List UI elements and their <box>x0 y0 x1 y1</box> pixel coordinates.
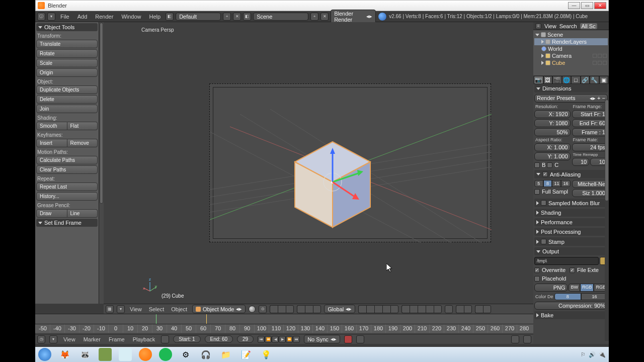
jump-start-icon[interactable]: ⏮ <box>258 336 265 343</box>
origin-button[interactable]: Origin <box>36 68 98 77</box>
properties-scrollbar[interactable] <box>605 100 609 341</box>
translate-button[interactable]: Translate <box>36 40 98 48</box>
resolution-y-field[interactable]: Y: 1080 <box>534 119 571 127</box>
play-reverse-icon[interactable]: ◀ <box>272 336 279 343</box>
tab-render-layers[interactable]: 🖼 <box>543 76 553 84</box>
editor-menu-toggle-icon[interactable]: ▾ <box>47 13 55 21</box>
start-frame-prop-field[interactable]: Start Fr: 1 <box>572 110 608 118</box>
tool-shelf-scrollbar[interactable] <box>99 22 104 304</box>
menu-window[interactable]: Window <box>118 13 144 21</box>
timeline-playback-menu[interactable]: Playback <box>131 336 157 342</box>
outliner-renderlayers-row[interactable]: RenderLayers <box>534 38 608 45</box>
placeholders-checkbox[interactable]: Placehold <box>534 275 608 282</box>
outliner-world-row[interactable]: World <box>534 45 608 52</box>
use-preview-range-icon[interactable] <box>161 335 169 343</box>
auto-keyframe-icon[interactable] <box>344 335 352 343</box>
play-icon[interactable]: ▶ <box>279 336 286 343</box>
aspect-y-field[interactable]: Y: 1.000 <box>534 152 571 160</box>
layer-buttons-group-1[interactable] <box>358 305 398 313</box>
repeat-last-button[interactable]: Repeat Last <box>36 183 98 191</box>
end-frame-prop-field[interactable]: End Fr: 60 <box>572 119 608 127</box>
timeline-ruler[interactable]: -50-40-30-20-100102030405060708090100110… <box>35 324 533 333</box>
transform-manipulator-icons[interactable] <box>297 305 321 313</box>
start-frame-field[interactable]: Start: 1 <box>173 335 200 343</box>
steam-icon[interactable]: ⚙ <box>179 348 192 361</box>
scene-add-button[interactable]: + <box>310 13 318 21</box>
aa-samples-strip[interactable]: 5 8 11 16 <box>534 180 571 187</box>
outliner-scene-row[interactable]: Scene <box>534 31 608 38</box>
clear-paths-button[interactable]: Clear Paths <box>36 165 98 174</box>
minimize-button[interactable]: — <box>568 2 580 9</box>
viewport-shading-icon[interactable] <box>249 306 256 313</box>
scene-dropdown[interactable]: Scene <box>253 13 308 21</box>
resolution-x-field[interactable]: X: 1920 <box>534 110 571 118</box>
lock-camera-icon[interactable] <box>445 305 453 313</box>
screen-layout-dropdown[interactable]: Default <box>176 13 221 21</box>
maximize-button[interactable]: ▭ <box>581 2 593 9</box>
dimensions-panel-header[interactable]: Dimensions <box>534 84 608 93</box>
prev-keyframe-icon[interactable]: ⏪ <box>265 336 272 343</box>
pivot-point-icon[interactable]: ⊙ <box>259 305 267 313</box>
menu-help[interactable]: Help <box>146 13 164 21</box>
outliner-editor-icon[interactable]: ≡ <box>535 23 541 29</box>
keying-set-icon[interactable] <box>356 335 364 343</box>
spotify-icon[interactable] <box>159 348 172 361</box>
color-mode-strip[interactable]: BW RGB RGB <box>569 284 608 292</box>
color-depth-strip[interactable]: 8 16 <box>554 293 608 300</box>
tab-render[interactable]: 📷 <box>534 76 543 84</box>
scene-delete-button[interactable]: ✕ <box>320 13 329 21</box>
sync-dropdown[interactable]: No Sync◂▸ <box>304 335 340 343</box>
outliner-filter[interactable]: All Sc <box>580 23 597 29</box>
screen-delete-button[interactable]: ✕ <box>233 13 241 21</box>
timeline-editor-icon[interactable]: ◷ <box>37 335 45 343</box>
insert-keyframe-button[interactable]: Insert <box>36 139 67 147</box>
file-extensions-checkbox[interactable]: File Exte <box>570 266 599 274</box>
outliner-search-menu[interactable]: Search <box>559 23 577 29</box>
object-menu[interactable]: Object <box>169 306 189 312</box>
set-end-frame-header[interactable]: Set End Frame <box>36 219 98 227</box>
tab-data[interactable]: ▣ <box>599 76 609 84</box>
timeline-frame-menu[interactable]: Frame <box>107 336 127 342</box>
file-format-dropdown[interactable]: PNG <box>534 284 568 292</box>
start-button-icon[interactable] <box>38 348 51 361</box>
blender-website-icon[interactable] <box>378 12 387 21</box>
performance-panel-header[interactable]: Performance <box>534 218 608 226</box>
timeline[interactable]: -50-40-30-20-100102030405060708090100110… <box>35 314 533 334</box>
playback-controls[interactable]: ⏮ ⏪ ◀ ▶ ⏩ ⏭ <box>258 336 300 343</box>
outliner-view-menu[interactable]: View <box>544 23 556 29</box>
folder-icon[interactable]: 📁 <box>219 348 232 361</box>
end-frame-field[interactable]: End: 60 <box>205 335 233 343</box>
render-preview-icons[interactable] <box>475 305 491 313</box>
tab-constraints[interactable]: 🔗 <box>581 76 590 84</box>
manipulator-icons[interactable] <box>270 305 294 313</box>
minecraft-icon[interactable] <box>99 348 112 361</box>
outliner-camera-row[interactable]: Camera <box>534 52 608 59</box>
aspect-x-field[interactable]: X: 1.000 <box>534 143 571 151</box>
aa-size-field[interactable]: Siz 1.000 <box>572 189 608 197</box>
current-frame-field[interactable]: 29 <box>237 335 254 343</box>
keying-insert-icon[interactable] <box>511 335 519 343</box>
aa-panel-header[interactable]: Anti-Aliasing <box>534 170 608 178</box>
tab-world[interactable]: 🌐 <box>562 76 572 84</box>
outliner-cube-row[interactable]: Cube <box>534 59 608 66</box>
timeline-menu-toggle-icon[interactable]: ▾ <box>49 335 57 343</box>
resolution-percent-field[interactable]: 50% <box>534 128 571 136</box>
frame-step-field[interactable]: Frame : 1 <box>572 128 608 136</box>
fps-dropdown[interactable]: 24 fps <box>572 143 608 151</box>
output-panel-header[interactable]: Output <box>534 247 608 255</box>
snap-icons[interactable] <box>456 305 472 313</box>
outliner[interactable]: Scene RenderLayers World Camera Cube <box>533 30 609 75</box>
gimp-icon[interactable]: 🦝 <box>78 348 92 361</box>
bake-panel-header[interactable]: Bake <box>534 311 608 319</box>
menu-render[interactable]: Render <box>92 13 116 21</box>
history-button[interactable]: History... <box>36 192 98 201</box>
menu-file[interactable]: File <box>57 13 72 21</box>
timeline-view-menu[interactable]: View <box>61 336 77 342</box>
output-path-field[interactable]: /tmp\ <box>534 257 599 265</box>
crop-checkbox[interactable]: C <box>547 161 558 168</box>
screen-browse-icon[interactable]: ◧ <box>166 13 174 21</box>
stamp-panel-header[interactable]: Stamp <box>534 237 608 246</box>
tray-network-icon[interactable]: 🔌 <box>599 351 606 358</box>
app-icon[interactable]: 💡 <box>260 348 273 361</box>
cube-object[interactable] <box>285 138 380 238</box>
